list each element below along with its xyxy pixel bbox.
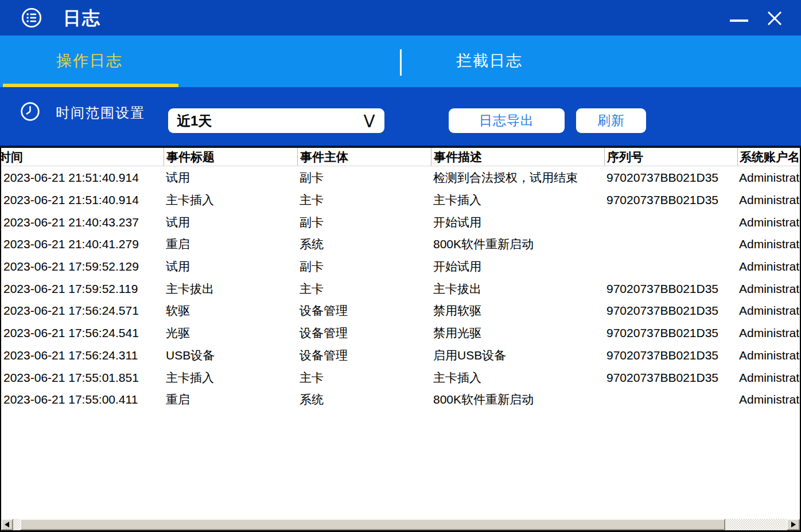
column-header-time[interactable]: 时间 <box>1 148 164 166</box>
cell-account: Administrator <box>737 326 800 340</box>
log-window: 日志 操作日志 拦截日志 时间范围设置 近1天 V <box>0 0 801 532</box>
menu-list-icon-svg <box>21 7 42 29</box>
scrollbar-track-left[interactable] <box>13 519 20 530</box>
page-title: 日志 <box>63 0 101 36</box>
cell-time: 2023-06-21 17:56:24.311 <box>1 349 164 362</box>
cell-event-subject: 主卡 <box>297 192 431 208</box>
time-range-label: 时间范围设置 <box>56 87 145 139</box>
cell-event-title: 光驱 <box>164 325 297 341</box>
scroll-right-arrow-icon <box>791 522 796 527</box>
title-bar: 日志 <box>0 0 801 36</box>
cell-event-desc: 800K软件重新启动 <box>431 392 604 408</box>
cell-event-subject: 主卡 <box>297 370 431 386</box>
cell-time: 2023-06-21 17:55:00.411 <box>1 393 164 406</box>
cell-time: 2023-06-21 21:40:41.279 <box>1 237 164 251</box>
cell-event-desc: 800K软件重新启动 <box>431 236 604 252</box>
cell-event-desc: 主卡拔出 <box>431 281 604 297</box>
cell-event-title: 主卡拔出 <box>164 281 297 297</box>
column-header-event-desc[interactable]: 事件描述 <box>431 148 604 166</box>
cell-event-title: USB设备 <box>164 347 297 363</box>
close-button[interactable] <box>761 0 788 36</box>
cell-serial: 97020737BB021D35 <box>604 304 737 318</box>
cell-event-desc: 主卡插入 <box>431 370 604 386</box>
dropdown-arrow-icon: V <box>363 110 375 133</box>
cell-time: 2023-06-21 17:59:52.119 <box>1 282 164 296</box>
cell-time: 2023-06-21 21:40:43.237 <box>1 216 164 229</box>
export-log-button[interactable]: 日志导出 <box>449 108 565 133</box>
toolbar: 时间范围设置 近1天 V 日志导出 刷新 <box>0 87 801 146</box>
table-row[interactable]: 2023-06-21 17:56:24.311 USB设备 设备管理 启用USB… <box>1 345 800 367</box>
cell-time: 2023-06-21 17:56:24.541 <box>1 326 164 340</box>
table-row[interactable]: 2023-06-21 21:51:40.914 试用 副卡 检测到合法授权，试用… <box>1 167 800 189</box>
table-row[interactable]: 2023-06-21 21:40:43.237 试用 副卡 开始试用 Admin… <box>1 211 800 233</box>
cell-serial: 97020737BB021D35 <box>604 349 737 362</box>
cell-account: Administrator <box>737 304 800 318</box>
table-row[interactable]: 2023-06-21 17:56:24.541 光驱 设备管理 禁用光驱 970… <box>1 322 800 345</box>
cell-serial: 97020737BB021D35 <box>604 193 737 207</box>
cell-account: Administrator <box>737 393 800 406</box>
refresh-button[interactable]: 刷新 <box>576 108 646 133</box>
column-header-account[interactable]: 系统账户名 <box>737 148 800 166</box>
cell-event-title: 主卡插入 <box>164 192 297 208</box>
cell-event-subject: 设备管理 <box>297 325 431 341</box>
cell-serial: 97020737BB021D35 <box>604 282 737 296</box>
cell-event-desc: 启用USB设备 <box>431 347 604 363</box>
cell-account: Administrator <box>737 282 800 296</box>
cell-account: Administrator <box>737 216 800 229</box>
tab-intercept-log[interactable]: 拦截日志 <box>400 36 578 87</box>
cell-event-subject: 副卡 <box>297 170 431 186</box>
scroll-left-arrow-icon <box>5 522 9 527</box>
cell-event-subject: 系统 <box>297 236 431 252</box>
table-row[interactable]: 2023-06-21 21:40:41.279 重启 系统 800K软件重新启动… <box>1 233 800 256</box>
column-header-event-subject[interactable]: 事件主体 <box>297 148 431 166</box>
cell-time: 2023-06-21 17:59:52.129 <box>1 260 164 273</box>
table-body: 2023-06-21 21:51:40.914 试用 副卡 检测到合法授权，试用… <box>1 167 800 519</box>
time-range-dropdown[interactable]: 近1天 V <box>168 108 384 133</box>
clock-icon <box>20 101 41 122</box>
scroll-right-button[interactable] <box>787 519 800 530</box>
cell-account: Administrator <box>737 371 800 385</box>
horizontal-scrollbar[interactable] <box>1 519 800 530</box>
cell-event-subject: 主卡 <box>297 281 431 297</box>
minimize-icon <box>730 19 748 22</box>
table-row[interactable]: 2023-06-21 21:51:40.914 主卡插入 主卡 主卡插入 970… <box>1 189 800 212</box>
cell-account: Administrator <box>737 260 800 273</box>
cell-event-title: 主卡插入 <box>164 370 297 386</box>
time-range-selected-value: 近1天 <box>177 108 212 133</box>
scrollbar-thumb[interactable] <box>20 519 725 530</box>
cell-event-subject: 设备管理 <box>297 303 431 319</box>
cell-time: 2023-06-21 21:51:40.914 <box>1 171 164 185</box>
column-header-serial[interactable]: 序列号 <box>604 148 737 166</box>
table-row[interactable]: 2023-06-21 17:59:52.119 主卡拔出 主卡 主卡拔出 970… <box>1 277 800 300</box>
cell-event-desc: 开始试用 <box>431 214 604 230</box>
cell-serial: 97020737BB021D35 <box>604 171 737 185</box>
table-row[interactable]: 2023-06-21 17:55:01.851 主卡插入 主卡 主卡插入 970… <box>1 366 800 389</box>
minimize-button[interactable] <box>726 0 752 36</box>
table-row[interactable]: 2023-06-21 17:56:24.571 软驱 设备管理 禁用软驱 970… <box>1 300 800 322</box>
cell-event-title: 试用 <box>164 170 297 186</box>
table-row[interactable]: 2023-06-21 17:59:52.129 试用 副卡 开始试用 Admin… <box>1 256 800 278</box>
cell-event-subject: 副卡 <box>297 259 431 275</box>
column-header-event-title[interactable]: 事件标题 <box>164 148 297 166</box>
cell-time: 2023-06-21 21:51:40.914 <box>1 193 164 207</box>
cell-event-title: 重启 <box>164 392 297 408</box>
cell-event-subject: 系统 <box>297 392 431 408</box>
cell-event-title: 试用 <box>164 259 297 275</box>
cell-event-desc: 禁用光驱 <box>431 325 604 341</box>
close-icon <box>763 7 786 30</box>
cell-event-subject: 设备管理 <box>297 347 431 363</box>
cell-account: Administrator <box>737 171 800 185</box>
cell-event-title: 重启 <box>164 236 297 252</box>
cell-account: Administrator <box>737 237 800 251</box>
cell-time: 2023-06-21 17:55:01.851 <box>1 371 164 385</box>
menu-list-icon[interactable] <box>21 7 42 29</box>
cell-time: 2023-06-21 17:56:24.571 <box>1 304 164 318</box>
scrollbar-track-right[interactable] <box>725 519 787 530</box>
cell-serial: 97020737BB021D35 <box>604 371 737 385</box>
cell-account: Administrator <box>737 193 800 207</box>
tab-operation-log[interactable]: 操作日志 <box>0 36 179 87</box>
cell-event-desc: 禁用软驱 <box>431 303 604 319</box>
scroll-left-button[interactable] <box>1 519 13 530</box>
cell-account: Administrator <box>737 349 800 362</box>
table-row[interactable]: 2023-06-21 17:55:00.411 重启 系统 800K软件重新启动… <box>1 389 800 411</box>
